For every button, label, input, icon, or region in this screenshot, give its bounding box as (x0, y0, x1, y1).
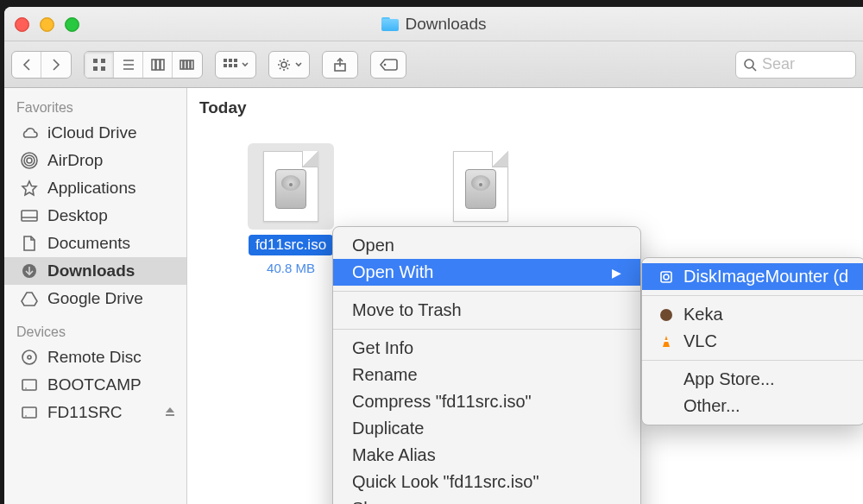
svg-point-24 (745, 60, 753, 68)
file-size: 40.8 MB (267, 261, 315, 275)
disc-icon (20, 348, 39, 367)
chevron-down-icon (295, 62, 302, 67)
back-button[interactable] (12, 52, 41, 78)
svg-rect-29 (22, 211, 37, 221)
file-item[interactable]: fd11src.iso 40.8 MB (239, 143, 343, 275)
devices-header: Devices (4, 319, 186, 343)
separator (333, 329, 640, 330)
keka-icon (658, 306, 675, 324)
svg-rect-8 (156, 60, 160, 70)
svg-point-20 (281, 62, 287, 67)
tags-button[interactable] (370, 51, 406, 79)
search-placeholder: Sear (762, 55, 795, 73)
arrange-button[interactable] (215, 51, 256, 79)
share-button[interactable] (322, 51, 358, 79)
column-view-button[interactable] (143, 52, 173, 78)
ctx-duplicate[interactable]: Duplicate (333, 415, 640, 442)
sidebar-item-remote-disc[interactable]: Remote Disc (4, 343, 186, 371)
svg-rect-13 (191, 60, 193, 69)
titlebar: Downloads (4, 7, 863, 41)
svg-point-33 (22, 350, 36, 364)
svg-rect-3 (101, 66, 105, 71)
window-title: Downloads (381, 15, 487, 34)
svg-line-25 (753, 67, 756, 71)
ctx-share[interactable]: Share ▶ (333, 495, 640, 504)
ctx-open-with[interactable]: Open With ▶ (333, 259, 640, 286)
list-view-button[interactable] (114, 52, 143, 78)
sidebar-item-bootcamp[interactable]: BOOTCAMP (4, 371, 186, 399)
share-icon (333, 57, 347, 72)
maximize-button[interactable] (65, 17, 79, 32)
sidebar-item-airdrop[interactable]: AirDrop (4, 147, 186, 174)
finder-window: Downloads (4, 7, 863, 504)
svg-rect-12 (187, 60, 190, 69)
sm-other[interactable]: Other... (642, 393, 863, 419)
tag-icon (379, 59, 398, 71)
svg-rect-7 (152, 60, 155, 70)
view-buttons (84, 51, 203, 79)
svg-point-36 (25, 387, 27, 389)
chevron-down-icon (242, 62, 249, 67)
documents-icon (20, 234, 39, 253)
svg-rect-40 (166, 414, 174, 416)
eject-icon[interactable] (164, 403, 176, 422)
icon-view-button[interactable] (85, 52, 114, 78)
ctx-rename[interactable]: Rename (333, 362, 640, 388)
ctx-get-info[interactable]: Get Info (333, 335, 640, 362)
ctx-open[interactable]: Open (333, 232, 640, 259)
svg-rect-9 (161, 60, 164, 70)
svg-point-43 (660, 309, 672, 321)
sidebar-item-google-drive[interactable]: Google Drive (4, 285, 186, 312)
sm-keka[interactable]: Keka (642, 301, 863, 328)
sidebar-item-documents[interactable]: Documents (4, 230, 186, 257)
ctx-quick-look[interactable]: Quick Look "fd11src.iso" (333, 469, 640, 495)
ctx-move-to-trash[interactable]: Move to Trash (333, 297, 640, 324)
svg-rect-18 (229, 64, 232, 67)
minimize-button[interactable] (40, 17, 54, 32)
sm-vlc[interactable]: VLC (642, 328, 863, 355)
sidebar-item-downloads[interactable]: Downloads (4, 257, 186, 285)
sidebar-item-icloud[interactable]: iCloud Drive (4, 119, 186, 147)
action-button[interactable] (268, 51, 310, 79)
svg-rect-11 (184, 60, 186, 69)
gear-icon (276, 57, 292, 72)
svg-rect-17 (224, 64, 227, 67)
ctx-compress[interactable]: Compress "fd11src.iso" (333, 388, 640, 415)
svg-marker-39 (166, 407, 174, 413)
google-drive-icon (20, 289, 39, 308)
svg-rect-2 (93, 66, 98, 71)
sidebar-item-label: Remote Disc (47, 348, 142, 367)
sidebar-item-label: FD11SRC (47, 403, 123, 422)
forward-button[interactable] (41, 52, 71, 78)
sm-app-store[interactable]: App Store... (642, 366, 863, 393)
svg-rect-35 (22, 380, 36, 390)
svg-point-26 (27, 158, 32, 163)
context-menu: Open Open With ▶ Move to Trash Get Info … (332, 226, 641, 504)
coverflow-view-button[interactable] (173, 52, 202, 78)
chevron-right-icon: ▶ (612, 266, 621, 280)
svg-point-38 (25, 415, 27, 417)
ctx-make-alias[interactable]: Make Alias (333, 442, 640, 469)
search-field[interactable]: Sear (735, 51, 856, 79)
open-with-submenu: DiskImageMounter (d Keka VLC App Store..… (641, 257, 863, 425)
sidebar-item-desktop[interactable]: Desktop (4, 202, 186, 230)
sidebar-item-fd11src[interactable]: FD11SRC (4, 399, 186, 426)
applications-icon (20, 179, 39, 198)
sidebar-item-label: AirDrop (47, 151, 103, 170)
sidebar-item-label: Documents (47, 234, 130, 253)
downloads-icon (20, 261, 39, 280)
separator (642, 360, 863, 361)
vlc-icon (658, 333, 675, 350)
title-text: Downloads (406, 15, 487, 34)
sm-disk-image-mounter[interactable]: DiskImageMounter (d (642, 263, 863, 290)
close-button[interactable] (15, 17, 29, 32)
drive-icon (20, 375, 39, 394)
nav-buttons (11, 51, 72, 79)
svg-rect-45 (665, 340, 669, 342)
svg-rect-10 (180, 60, 183, 69)
sidebar: Favorites iCloud Drive AirDrop (4, 88, 187, 504)
svg-point-34 (28, 356, 31, 359)
svg-marker-32 (22, 293, 37, 306)
sidebar-item-applications[interactable]: Applications (4, 174, 186, 202)
svg-point-23 (384, 63, 387, 66)
